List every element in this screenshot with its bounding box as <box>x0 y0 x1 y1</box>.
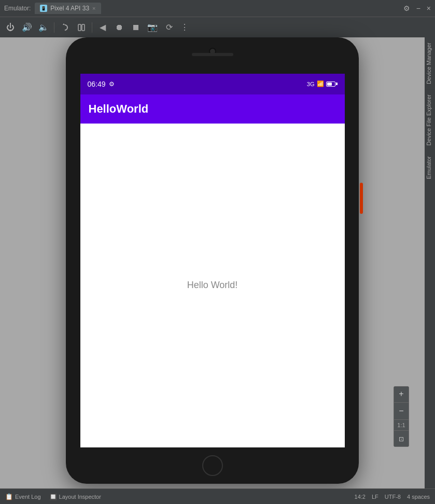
hello-world-text: Hello World! <box>187 280 238 291</box>
event-log-label: Event Log <box>15 494 41 500</box>
tab-label: Pixel 4 API 33 <box>50 5 89 12</box>
status-time: 06:49 ⚙ <box>88 80 115 88</box>
device-file-explorer-label: Device File Explorer <box>426 94 432 145</box>
signal-label: 3G <box>307 81 315 87</box>
settings-status-icon: ⚙ <box>109 80 115 88</box>
bottom-bar: 📋 Event Log 🔲 Layout Inspector 14:2 LF U… <box>0 488 435 504</box>
status-bar: 06:49 ⚙ 3G 📶 <box>80 74 345 94</box>
toolbar-separator-1 <box>54 22 54 33</box>
toolbar: ⏻ 🔊 🔈 ◀ ⏺ ⏹ 📷 ⟳ ⋮ <box>0 17 435 37</box>
tab-close-icon[interactable]: × <box>92 5 95 11</box>
battery-icon <box>326 81 338 87</box>
battery-tip <box>336 83 338 85</box>
settings-window-icon[interactable]: ⚙ <box>403 4 410 12</box>
layout-inspector-icon: 🔲 <box>49 493 57 500</box>
reload-button[interactable]: ⟳ <box>162 20 176 35</box>
cursor-position: 14:2 <box>355 494 366 500</box>
svg-rect-1 <box>78 24 81 31</box>
bottom-right-items: 14:2 LF UTF-8 4 spaces <box>355 494 430 500</box>
battery-fill <box>327 83 332 86</box>
event-log-item[interactable]: 📋 Event Log <box>5 493 41 500</box>
indent-label: 4 spaces <box>407 494 430 500</box>
phone-screen[interactable]: 06:49 ⚙ 3G 📶 <box>80 74 345 447</box>
zoom-controls: + − 1:1 ⊡ <box>394 386 409 447</box>
emulator-tab[interactable]: 📱 Pixel 4 API 33 × <box>35 3 101 14</box>
device-file-explorer-tab[interactable]: Device File Explorer <box>425 89 435 151</box>
record-button[interactable]: ⏺ <box>112 20 127 35</box>
tab-icon: 📱 <box>40 5 47 12</box>
minimize-icon[interactable]: − <box>416 4 420 12</box>
device-manager-tab[interactable]: Device Manager <box>425 37 435 89</box>
svg-rect-2 <box>82 24 85 31</box>
line-ending: LF <box>372 494 378 500</box>
fold-button[interactable] <box>74 20 89 35</box>
emulator-label: Emulator: <box>4 5 31 12</box>
time-display: 06:49 <box>88 80 106 88</box>
toolbar-separator-2 <box>92 22 92 33</box>
zoom-ratio-label[interactable]: 1:1 <box>394 421 409 429</box>
status-icons: 3G 📶 <box>307 80 338 87</box>
phone-speaker <box>192 53 233 56</box>
emulator-panel: 06:49 ⚙ 3G 📶 <box>0 37 425 488</box>
app-bar: HelloWorld <box>80 94 345 124</box>
zoom-out-button[interactable]: − <box>394 404 409 418</box>
layout-inspector-item[interactable]: 🔲 Layout Inspector <box>49 493 101 500</box>
emulator-side-tab[interactable]: Emulator <box>425 151 435 184</box>
phone-bottom <box>202 447 223 484</box>
signal-bars-icon: 📶 <box>317 80 324 87</box>
screenshot-button[interactable]: 📷 <box>145 20 160 35</box>
back-button[interactable]: ◀ <box>95 20 110 35</box>
title-bar: Emulator: 📱 Pixel 4 API 33 × ⚙ − × <box>0 0 435 17</box>
power-button[interactable]: ⏻ <box>3 20 18 35</box>
zoom-fit-button[interactable]: ⊡ <box>394 432 409 446</box>
emulator-side-label: Emulator <box>426 156 432 179</box>
zoom-divider-1 <box>394 402 409 403</box>
phone-device: 06:49 ⚙ 3G 📶 <box>66 37 359 484</box>
volume-down-button[interactable]: 🔈 <box>36 20 51 35</box>
svg-marker-0 <box>63 23 65 25</box>
volume-up-button[interactable]: 🔊 <box>20 20 34 35</box>
rotate-button[interactable] <box>58 20 72 35</box>
event-log-icon: 📋 <box>5 493 13 500</box>
right-panel: Device Manager Device File Explorer Emul… <box>425 37 435 488</box>
layout-inspector-label: Layout Inspector <box>59 494 101 500</box>
phone-top <box>66 37 359 74</box>
screen-content: Hello World! <box>80 124 345 447</box>
phone-home-button[interactable] <box>202 455 223 476</box>
app-title: HelloWorld <box>89 102 149 116</box>
zoom-in-button[interactable]: + <box>394 387 409 401</box>
zoom-divider-3 <box>394 430 409 431</box>
window-controls: ⚙ − × <box>403 4 431 12</box>
main-content: 06:49 ⚙ 3G 📶 <box>0 37 435 488</box>
device-manager-label: Device Manager <box>426 43 432 84</box>
stop-button[interactable]: ⏹ <box>129 20 143 35</box>
battery-body <box>326 81 335 87</box>
close-window-icon[interactable]: × <box>427 4 431 12</box>
charset-label: UTF-8 <box>385 494 401 500</box>
right-tabs: Device Manager Device File Explorer Emul… <box>425 37 435 488</box>
more-options-icon[interactable]: ⋮ <box>178 22 191 32</box>
zoom-divider-2 <box>394 419 409 420</box>
phone-power-button[interactable] <box>360 183 363 214</box>
